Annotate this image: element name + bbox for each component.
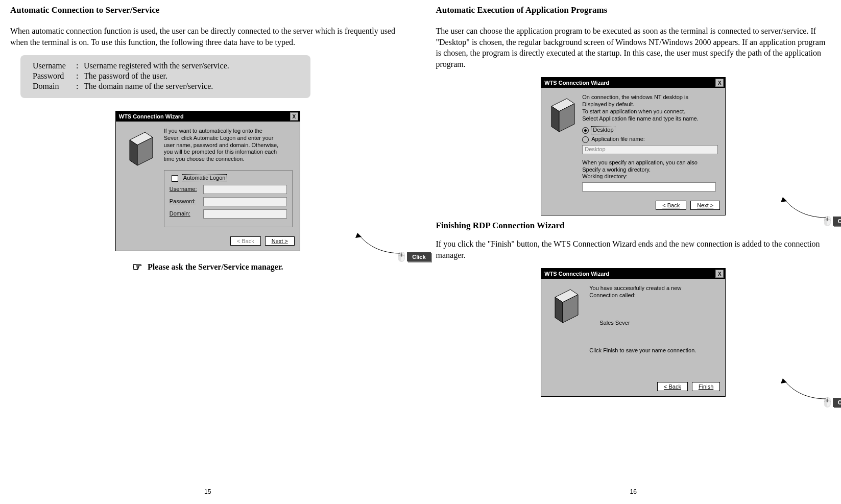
workdir-input[interactable] (582, 182, 716, 191)
next-button[interactable]: Next > (690, 201, 720, 210)
next-button[interactable]: Next > (265, 236, 295, 246)
wizard-desc-line: you will be prompted for this informatio… (164, 149, 293, 156)
wizard-desc-line: Displayed by default. (582, 101, 718, 108)
finish-paragraph: If you click the "Finish" button, the WT… (436, 238, 831, 260)
wizard-desc-line: Connection called: (589, 292, 718, 299)
username-label: Username: (170, 186, 203, 193)
wizard-titlebar: WTS Connection Wizard X (116, 111, 300, 122)
wizard-desc-line: time you choose the connection. (164, 156, 293, 163)
close-icon[interactable]: X (715, 270, 724, 278)
wizard-desc-line: user name, password and domain. Otherwis… (164, 142, 293, 149)
wizard-desc-line: On connection, the windows NT desktop is (582, 94, 718, 101)
svg-marker-7 (781, 197, 787, 202)
wizard-graphic-icon (120, 126, 161, 229)
back-button[interactable]: < Back (230, 236, 261, 246)
wizard-graphic-icon (545, 92, 579, 194)
automatic-logon-checkbox[interactable] (172, 175, 178, 182)
intro-paragraph: When automatic connection function is us… (10, 26, 405, 47)
wizard-title: WTS Connection Wizard (119, 113, 184, 119)
finish-button[interactable]: Finish (692, 382, 720, 391)
close-icon[interactable]: X (290, 112, 298, 121)
wizard-desc-line: Specify a working directory. (582, 166, 718, 174)
appfile-radio-label: Application file name: (591, 136, 645, 143)
wizard-desc-line: To start an application when you connect… (582, 108, 718, 115)
password-input[interactable] (203, 197, 287, 206)
desktop-radio-label: Desktop (591, 126, 615, 134)
click-badge: Click (833, 217, 841, 226)
back-button[interactable]: < Back (657, 382, 688, 391)
info-password-value: The password of the user. (84, 71, 167, 81)
intro-paragraph-right: The user can choose the application prog… (436, 26, 831, 69)
wizard-desc-line: Working directory: (582, 173, 718, 180)
page-number: 15 (10, 488, 405, 495)
close-icon[interactable]: X (715, 79, 724, 87)
password-label: Password: (170, 198, 203, 205)
svg-marker-3 (355, 233, 362, 238)
credentials-info-box: Username : Username registered with the … (20, 55, 310, 98)
note-text: Please ask the Server/Service manager. (148, 262, 283, 272)
domain-input[interactable] (203, 209, 287, 219)
wizard-desc-line: You have successfully created a new (589, 285, 718, 292)
wizard-desc-line: Click Finish to save your name connectio… (589, 347, 718, 354)
heading-auto-exec: Automatic Execution of Application Progr… (436, 5, 831, 15)
wizard-desc-line: When you specify an application, you can… (582, 159, 718, 166)
wizard-graphic-icon (545, 283, 586, 375)
info-username-label: Username (33, 61, 76, 70)
automatic-logon-legend: Automatic Logon (182, 174, 227, 181)
back-button[interactable]: < Back (656, 201, 686, 210)
wizard-desc-line: Select Application file name and type it… (582, 115, 718, 123)
appfile-radio[interactable] (582, 136, 589, 143)
wts-wizard-appselect: WTS Connection Wizard X On connection, t… (541, 77, 726, 215)
heading-finish-wizard: Finishing RDP Connection Wizard (436, 221, 831, 231)
svg-marker-11 (781, 378, 787, 383)
wizard-desc-line: Sever, click Automatic Logon and enter y… (164, 135, 293, 142)
click-badge: Click (833, 398, 841, 407)
domain-label: Domain: (170, 210, 203, 218)
info-password-label: Password (33, 71, 76, 81)
page-16: Automatic Execution of Application Progr… (436, 5, 831, 495)
connection-name: Sales Sever (589, 320, 718, 327)
page-number: 16 (436, 488, 831, 495)
point-hand-icon: ☞ (132, 260, 142, 274)
note-row: ☞ Please ask the Server/Service manager. (10, 260, 405, 274)
info-username-value: Username registered with the server/serv… (84, 61, 229, 70)
wizard-title: WTS Connection Wizard (544, 80, 609, 86)
wizard-desc-line: If you want to automatically log onto th… (164, 128, 293, 135)
username-input[interactable] (203, 185, 287, 194)
appfile-input[interactable]: Desktop (582, 145, 718, 154)
wizard-title: WTS Connection Wizard (544, 271, 609, 277)
heading-auto-connection: Automatic Connection to Server/Service (10, 5, 405, 15)
wts-wizard-finish: WTS Connection Wizard X You have success… (541, 268, 726, 397)
wts-wizard-autologon: WTS Connection Wizard X If you want to a… (115, 111, 300, 251)
info-domain-value: The domain name of the server/service. (84, 82, 213, 91)
wizard-titlebar: WTS Connection Wizard X (541, 78, 725, 88)
page-15: Automatic Connection to Server/Service W… (10, 5, 405, 495)
automatic-logon-fieldset: Automatic Logon Username: Password: (164, 170, 293, 227)
desktop-radio[interactable] (582, 127, 589, 134)
click-badge: Click (407, 252, 430, 261)
info-domain-label: Domain (33, 82, 76, 91)
wizard-titlebar: WTS Connection Wizard X (541, 269, 725, 279)
